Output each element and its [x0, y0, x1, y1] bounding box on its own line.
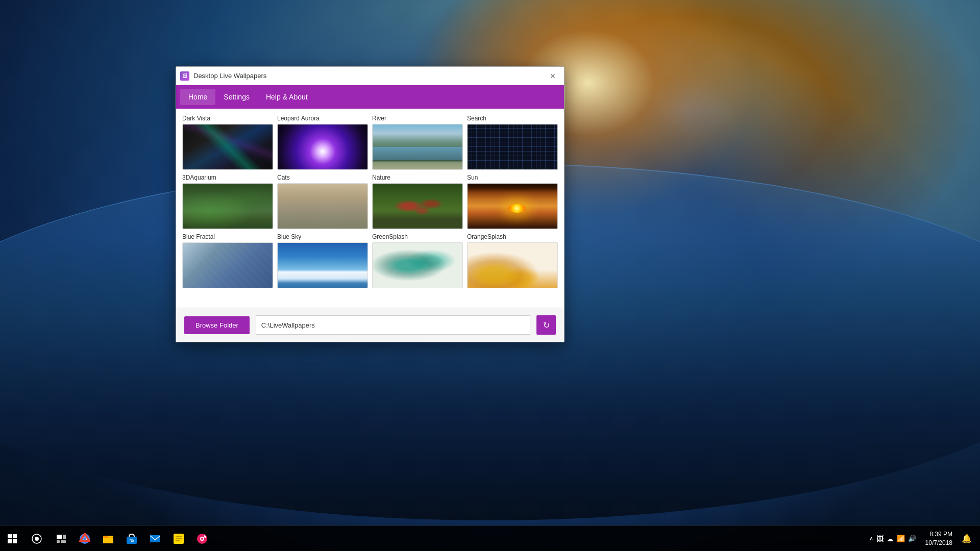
- taskbar-mail[interactable]: [144, 526, 166, 552]
- svg-rect-17: [150, 535, 160, 542]
- bottom-bar: Browse Folder ↻: [176, 308, 564, 342]
- wallpaper-label-greensplash: GreenSplash: [372, 233, 463, 240]
- dialog-titlebar: 🖼 Desktop Live Wallpapers ✕: [176, 67, 564, 85]
- wallpaper-thumb-dark-vista: [182, 124, 273, 170]
- browse-folder-button[interactable]: Browse Folder: [184, 316, 250, 334]
- taskbar-chrome[interactable]: [74, 526, 96, 552]
- svg-rect-6: [57, 535, 62, 539]
- tray-wifi[interactable]: 📶: [897, 535, 905, 542]
- wallpaper-thumb-nature: [372, 183, 463, 229]
- wallpaper-label-orangesplash: OrangeSplash: [467, 233, 558, 240]
- wallpaper-thumb-blue-sky: [277, 242, 368, 288]
- wallpaper-label-leopard-aurora: Leopard Aurora: [277, 115, 368, 122]
- taskbar-music[interactable]: [191, 526, 213, 552]
- tray-arrow[interactable]: ∧: [869, 535, 873, 542]
- svg-rect-8: [57, 540, 60, 543]
- dialog-title: Desktop Live Wallpapers: [193, 72, 542, 80]
- wallpaper-item-river[interactable]: River: [372, 115, 463, 170]
- svg-rect-0: [8, 534, 12, 538]
- wallpaper-item-orangesplash[interactable]: OrangeSplash: [467, 233, 558, 288]
- wallpaper-label-dark-vista: Dark Vista: [182, 115, 273, 122]
- wallpaper-item-blue-sky[interactable]: Blue Sky: [277, 233, 368, 288]
- wallpaper-thumb-sun: [467, 183, 558, 229]
- taskbar-right: ∧ 🖼 ☁ 📶 🔊 8:39 PM 10/7/2018 🔔: [866, 530, 980, 547]
- notification-button[interactable]: 🔔: [959, 534, 975, 543]
- svg-point-5: [35, 537, 39, 541]
- tray-onedrive[interactable]: ☁: [887, 535, 894, 543]
- taskbar-sticky-notes[interactable]: [167, 526, 190, 552]
- wallpaper-item-3daquarium[interactable]: 3DAquarium: [182, 174, 273, 229]
- task-view-button[interactable]: [49, 526, 74, 552]
- tray-livewallpaper[interactable]: 🖼: [876, 535, 884, 543]
- clock-time: 8:39 PM: [925, 530, 952, 539]
- wallpaper-item-nature[interactable]: Nature: [372, 174, 463, 229]
- menu-bar: Home Settings Help & About: [176, 85, 564, 109]
- wallpaper-item-blue-fractal[interactable]: Blue Fractal: [182, 233, 273, 288]
- wallpaper-label-sun: Sun: [467, 174, 558, 181]
- close-button[interactable]: ✕: [546, 69, 560, 83]
- wallpaper-thumb-cats: [277, 183, 368, 229]
- taskbar-pinned-apps: 🛍: [74, 526, 213, 551]
- wallpaper-thumb-river: [372, 124, 463, 170]
- wallpaper-thumb-greensplash: [372, 242, 463, 288]
- clock-date: 10/7/2018: [925, 539, 952, 547]
- svg-rect-2: [8, 539, 12, 543]
- start-button[interactable]: [0, 526, 24, 552]
- wallpaper-grid: Dark Vista Leopard Aurora River Search 3…: [182, 115, 558, 288]
- menu-settings[interactable]: Settings: [215, 89, 258, 105]
- svg-rect-1: [13, 534, 17, 538]
- wallpaper-label-blue-sky: Blue Sky: [277, 233, 368, 240]
- wallpaper-item-cats[interactable]: Cats: [277, 174, 368, 229]
- wallpaper-thumb-orangesplash: [467, 242, 558, 288]
- wallpaper-label-blue-fractal: Blue Fractal: [182, 233, 273, 240]
- menu-help-about[interactable]: Help & About: [258, 89, 316, 105]
- wallpaper-label-nature: Nature: [372, 174, 463, 181]
- wallpaper-thumb-3daquarium: [182, 183, 273, 229]
- wallpaper-label-river: River: [372, 115, 463, 122]
- wallpaper-item-leopard-aurora[interactable]: Leopard Aurora: [277, 115, 368, 170]
- taskbar: 🛍: [0, 525, 980, 551]
- taskbar-store[interactable]: 🛍: [120, 526, 143, 552]
- folder-path-input[interactable]: [256, 315, 530, 335]
- dialog-window: 🖼 Desktop Live Wallpapers ✕ Home Setting…: [176, 66, 565, 342]
- svg-rect-7: [63, 535, 66, 539]
- wallpaper-item-search[interactable]: Search: [467, 115, 558, 170]
- menu-home[interactable]: Home: [180, 89, 215, 105]
- svg-point-24: [201, 538, 203, 540]
- wallpaper-label-cats: Cats: [277, 174, 368, 181]
- wallpaper-item-greensplash[interactable]: GreenSplash: [372, 233, 463, 288]
- wallpaper-thumb-leopard-aurora: [277, 124, 368, 170]
- app-icon: 🖼: [180, 71, 189, 81]
- tray-volume[interactable]: 🔊: [908, 535, 916, 542]
- wallpaper-item-sun[interactable]: Sun: [467, 174, 558, 229]
- taskbar-left: 🛍: [0, 526, 213, 551]
- svg-rect-14: [103, 536, 108, 538]
- system-tray-icons: ∧ 🖼 ☁ 📶 🔊: [866, 535, 919, 543]
- taskbar-clock[interactable]: 8:39 PM 10/7/2018: [921, 530, 957, 547]
- wallpaper-label-search: Search: [467, 115, 558, 122]
- svg-rect-9: [61, 540, 66, 543]
- wallpaper-label-3daquarium: 3DAquarium: [182, 174, 273, 181]
- svg-text:🛍: 🛍: [130, 538, 134, 543]
- wallpaper-thumb-search: [467, 124, 558, 170]
- svg-rect-3: [13, 539, 17, 543]
- wallpaper-content-area: Dark Vista Leopard Aurora River Search 3…: [176, 109, 564, 308]
- wallpaper-item-dark-vista[interactable]: Dark Vista: [182, 115, 273, 170]
- taskbar-explorer[interactable]: [97, 526, 119, 552]
- refresh-button[interactable]: ↻: [536, 315, 556, 335]
- cortana-button[interactable]: [24, 526, 49, 552]
- wallpaper-thumb-blue-fractal: [182, 242, 273, 288]
